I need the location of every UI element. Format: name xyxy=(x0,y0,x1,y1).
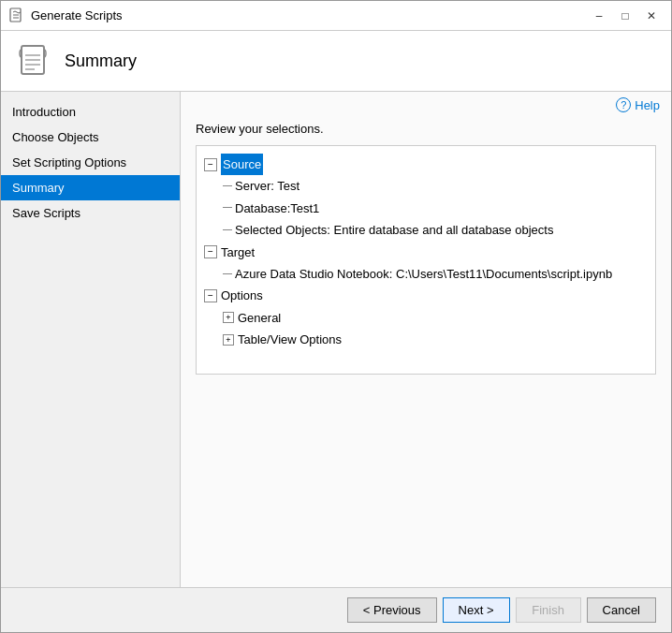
tree-node-azure-notebook: Azure Data Studio Notebook: C:\Users\Tes… xyxy=(223,263,648,285)
main-window: Generate Scripts – □ ✕ Summary Intro xyxy=(0,0,672,633)
next-button[interactable]: Next > xyxy=(443,597,510,623)
selected-objects-label: Selected Objects: Entire database and al… xyxy=(235,219,553,241)
cancel-button[interactable]: Cancel xyxy=(587,597,656,623)
tree-node-server: Server: Test xyxy=(223,175,648,197)
top-bar: ? Help xyxy=(181,92,671,118)
sidebar-item-save-scripts[interactable]: Save Scripts xyxy=(1,200,180,226)
expander-table-view[interactable]: + xyxy=(223,334,234,346)
general-label: General xyxy=(238,307,281,329)
title-bar: Generate Scripts – □ ✕ xyxy=(1,1,671,31)
help-circle-icon: ? xyxy=(616,97,631,112)
content-area: Introduction Choose Objects Set Scriptin… xyxy=(1,92,671,587)
source-label: Source xyxy=(221,154,263,175)
sidebar-item-introduction[interactable]: Introduction xyxy=(1,99,180,125)
review-label: Review your selections. xyxy=(181,118,671,145)
window-controls: – □ ✕ xyxy=(587,6,664,26)
tree-view: − Source Server: Test Database:Test1 Sel… xyxy=(196,145,656,375)
azure-notebook-label: Azure Data Studio Notebook: C:\Users\Tes… xyxy=(235,263,612,285)
tree-node-table-view: + Table/View Options xyxy=(223,329,648,350)
table-view-label: Table/View Options xyxy=(238,329,342,350)
maximize-button[interactable]: □ xyxy=(613,6,637,26)
main-panel: ? Help Review your selections. − Source … xyxy=(181,92,671,587)
expander-general[interactable]: + xyxy=(223,312,234,323)
tree-node-options: − Options xyxy=(204,285,648,306)
database-label: Database:Test1 xyxy=(235,198,319,219)
scroll-icon xyxy=(16,42,53,80)
close-button[interactable]: ✕ xyxy=(639,6,664,26)
page-title: Summary xyxy=(65,52,137,71)
target-label: Target xyxy=(221,242,255,263)
sidebar-item-choose-objects[interactable]: Choose Objects xyxy=(1,125,180,150)
finish-button[interactable]: Finish xyxy=(516,597,581,623)
tree-node-target: − Target xyxy=(204,242,648,263)
expander-source[interactable]: − xyxy=(204,158,217,171)
previous-button[interactable]: < Previous xyxy=(347,597,437,623)
app-icon xyxy=(8,7,25,24)
tree-node-general: + General xyxy=(223,307,648,329)
expander-options[interactable]: − xyxy=(204,289,217,302)
server-label: Server: Test xyxy=(235,175,299,197)
minimize-button[interactable]: – xyxy=(587,6,611,26)
tree-node-database: Database:Test1 xyxy=(223,198,648,219)
help-link[interactable]: ? Help xyxy=(616,97,660,112)
sidebar-item-summary[interactable]: Summary xyxy=(1,175,180,200)
options-label: Options xyxy=(221,285,263,306)
expander-target[interactable]: − xyxy=(204,245,217,258)
sidebar-item-set-scripting-options[interactable]: Set Scripting Options xyxy=(1,150,180,175)
sidebar: Introduction Choose Objects Set Scriptin… xyxy=(1,92,181,587)
tree-node-source: − Source xyxy=(204,154,648,175)
footer: < Previous Next > Finish Cancel xyxy=(1,587,671,632)
tree-node-selected-objects: Selected Objects: Entire database and al… xyxy=(223,219,648,241)
page-header: Summary xyxy=(1,31,671,92)
window-title: Generate Scripts xyxy=(31,8,587,22)
